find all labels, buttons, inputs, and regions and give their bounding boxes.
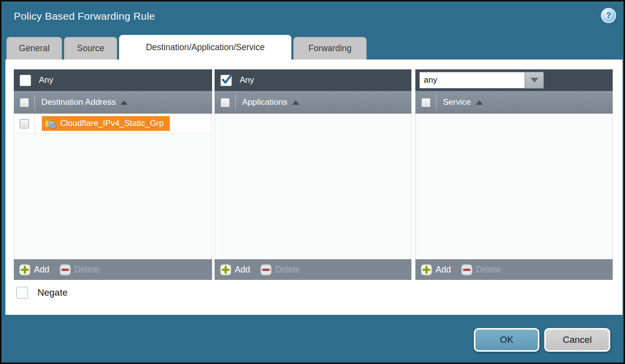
destination-column-header[interactable]: Destination Address	[41, 97, 116, 107]
delete-icon	[461, 264, 472, 275]
address-group-name: Cloudflare_IPv4_Static_Grp	[60, 119, 164, 128]
applications-any-row: Any	[215, 69, 411, 91]
applications-column: Any Applications Add	[215, 69, 411, 280]
checkmark-icon	[221, 73, 233, 86]
destination-header-row: Destination Address	[14, 91, 212, 114]
service-any-row: any	[415, 69, 613, 91]
delete-icon	[260, 264, 272, 275]
entry-separator	[34, 114, 35, 133]
applications-header-row: Applications	[215, 91, 411, 114]
tab-source[interactable]: Source	[64, 37, 117, 60]
add-icon	[421, 264, 432, 275]
policy-based-forwarding-rule-dialog: Policy Based Forwarding Rule ? General S…	[0, 0, 625, 364]
add-label: Add	[34, 265, 49, 275]
applications-list	[215, 114, 411, 259]
header-separator	[34, 94, 35, 110]
service-footer: Add Delete	[415, 259, 613, 280]
destination-address-column: Any Destination Address	[14, 69, 212, 280]
negate-label: Negate	[37, 287, 67, 298]
tab-forwarding[interactable]: Forwarding	[293, 37, 367, 60]
destination-delete-button[interactable]: Delete	[60, 264, 99, 275]
service-any-dropdown: any	[419, 72, 544, 89]
service-header-row: Service	[415, 91, 613, 114]
service-column: any Service Add	[415, 69, 613, 280]
applications-delete-button[interactable]: Delete	[260, 264, 300, 275]
cancel-button[interactable]: Cancel	[544, 328, 610, 352]
address-group-icon	[44, 119, 57, 129]
applications-footer: Add Delete	[215, 259, 411, 280]
chevron-down-icon	[531, 78, 538, 83]
destination-footer: Add Delete	[14, 259, 212, 280]
destination-any-row: Any	[14, 69, 212, 91]
applications-column-header[interactable]: Applications	[242, 97, 287, 107]
tab-content-panel: Any Destination Address	[5, 60, 623, 315]
service-dropdown-value[interactable]: any	[419, 72, 525, 89]
delete-label: Delete	[476, 265, 501, 275]
service-select-all-checkbox[interactable]	[421, 98, 431, 107]
tab-destination-application-service[interactable]: Destination/Application/Service	[119, 35, 291, 60]
applications-any-checkbox[interactable]	[220, 75, 232, 86]
negate-option: Negate	[16, 287, 67, 299]
help-icon[interactable]: ?	[601, 8, 616, 23]
add-icon	[220, 264, 231, 275]
service-column-header[interactable]: Service	[443, 97, 471, 107]
destination-list-item[interactable]: Cloudflare_IPv4_Static_Grp	[14, 114, 212, 134]
service-add-button[interactable]: Add	[421, 264, 451, 275]
destination-any-checkbox[interactable]	[20, 75, 31, 86]
add-label: Add	[235, 265, 250, 275]
applications-any-label: Any	[240, 75, 254, 85]
destination-item-checkbox[interactable]	[20, 119, 29, 128]
service-dropdown-button[interactable]	[525, 72, 544, 89]
sort-ascending-icon[interactable]	[292, 100, 299, 105]
delete-label: Delete	[275, 265, 300, 275]
service-delete-button[interactable]: Delete	[461, 264, 501, 275]
destination-any-label: Any	[39, 75, 53, 85]
negate-checkbox[interactable]	[16, 287, 28, 299]
sort-ascending-icon[interactable]	[121, 100, 127, 105]
dialog-title: Policy Based Forwarding Rule	[14, 10, 155, 22]
add-icon	[19, 264, 31, 275]
delete-icon	[60, 264, 71, 275]
header-separator	[235, 94, 236, 110]
applications-select-all-checkbox[interactable]	[220, 98, 230, 107]
sort-ascending-icon[interactable]	[476, 100, 483, 105]
destination-list: Cloudflare_IPv4_Static_Grp	[14, 114, 212, 259]
tab-general[interactable]: General	[6, 37, 62, 60]
service-list	[415, 114, 613, 259]
destination-select-all-checkbox[interactable]	[20, 98, 29, 107]
ok-button[interactable]: OK	[474, 328, 539, 352]
applications-add-button[interactable]: Add	[220, 264, 250, 275]
tab-bar: General Source Destination/Application/S…	[6, 35, 367, 60]
selected-address-group-chip[interactable]: Cloudflare_IPv4_Static_Grp	[42, 116, 170, 131]
destination-add-button[interactable]: Add	[19, 264, 49, 275]
delete-label: Delete	[74, 265, 99, 275]
add-label: Add	[436, 265, 451, 275]
header-separator	[436, 94, 437, 110]
